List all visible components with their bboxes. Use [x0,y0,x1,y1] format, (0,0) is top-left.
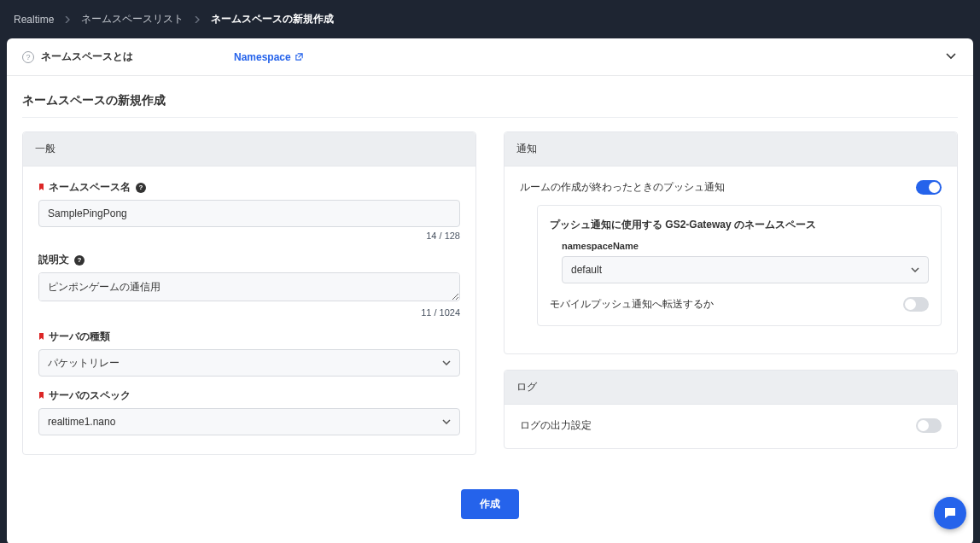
chevron-right-icon [194,14,201,26]
desc-counter: 11 / 1024 [38,307,460,318]
info-label: ネームスペースとは [41,50,133,64]
create-button[interactable]: 作成 [461,489,519,519]
chat-button[interactable] [934,497,966,529]
page-title: ネームスペースの新規作成 [22,93,958,118]
name-counter: 14 / 128 [38,231,460,241]
breadcrumb-current: ネームスペースの新規作成 [211,12,334,26]
log-output-label: ログの出力設定 [520,418,592,433]
required-icon [38,183,45,193]
breadcrumb: Realtime ネームスペースリスト ネームスペースの新規作成 [0,0,980,38]
name-label: ネームスペース名 [49,180,131,195]
panel-notify-header: 通知 [505,132,957,166]
panel-general: 一般 ネームスペース名 ? 14 / 128 [22,131,476,455]
required-icon [38,391,45,401]
desc-label: 説明文 [38,253,69,267]
panel-general-header: 一般 [23,132,475,166]
gateway-sub-panel: プッシュ通知に使用する GS2-Gateway のネームスペース namespa… [537,205,942,326]
name-input[interactable] [38,200,460,227]
room-push-toggle[interactable] [916,180,942,195]
panel-log: ログ ログの出力設定 [504,370,958,449]
help-icon[interactable]: ? [136,183,146,193]
chat-icon [942,505,958,521]
log-output-toggle[interactable] [916,418,942,433]
left-column: 一般 ネームスペース名 ? 14 / 128 [22,131,476,470]
server-spec-label: サーバのスペック [49,388,131,403]
link-text: Namespace [234,51,291,63]
gateway-ns-select[interactable]: default [562,256,929,283]
required-icon [38,332,45,342]
server-type-select[interactable]: パケットリレー [38,349,460,377]
chevron-right-icon [64,14,71,26]
server-type-label: サーバの種類 [49,330,110,344]
external-link-icon [295,52,304,61]
info-row: ? ネームスペースとは Namespace [7,38,973,76]
question-icon: ? [22,51,34,63]
breadcrumb-root[interactable]: Realtime [14,14,54,26]
main-card: ? ネームスペースとは Namespace ネームスペースの新規作成 一般 [7,38,973,543]
mobile-forward-toggle[interactable] [903,297,929,312]
desc-input[interactable]: ピンポンゲームの通信用 [38,272,460,301]
breadcrumb-list[interactable]: ネームスペースリスト [81,12,184,26]
right-column: 通知 ルームの作成が終わったときのプッシュ通知 プッシュ通知に使用する GS2-… [504,131,958,470]
mobile-forward-label: モバイルプッシュ通知へ転送するか [550,297,714,312]
chevron-down-icon [944,49,958,62]
server-spec-select[interactable]: realtime1.nano [38,408,460,435]
panel-notify: 通知 ルームの作成が終わったときのプッシュ通知 プッシュ通知に使用する GS2-… [504,131,958,354]
gateway-ns-label: namespaceName [562,241,929,251]
expand-toggle[interactable] [944,49,958,65]
panel-log-header: ログ [505,371,957,405]
gateway-label: プッシュ通知に使用する GS2-Gateway のネームスペース [550,218,929,232]
help-icon[interactable]: ? [74,255,85,266]
namespace-doc-link[interactable]: Namespace [234,51,304,63]
room-push-label: ルームの作成が終わったときのプッシュ通知 [520,180,725,195]
content: ネームスペースの新規作成 一般 ネームスペース名 ? 14 [7,76,973,543]
